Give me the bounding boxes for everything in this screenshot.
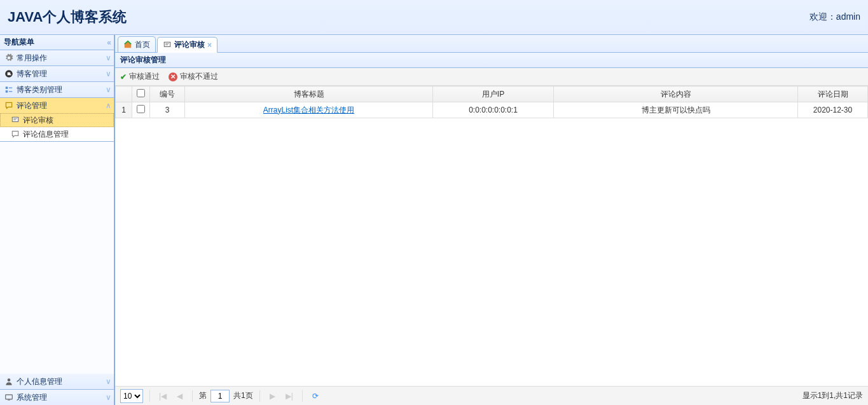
tab-home[interactable]: 首页 bbox=[118, 36, 156, 52]
prev-page-button[interactable]: ◀ bbox=[173, 390, 186, 402]
col-date[interactable]: 评论日期 bbox=[798, 86, 868, 102]
sidebar-panel-blog-category[interactable]: 博客类别管理 ∨ bbox=[0, 82, 114, 97]
sidebar-title: 导航菜单 « bbox=[0, 35, 114, 50]
check-icon: ✔ bbox=[120, 72, 127, 81]
tab-close-icon[interactable]: × bbox=[207, 41, 212, 50]
col-id[interactable]: 编号 bbox=[150, 86, 185, 102]
cell-ip: 0:0:0:0:0:0:0:1 bbox=[433, 102, 554, 118]
cell-id: 3 bbox=[150, 102, 185, 118]
col-rownum bbox=[116, 86, 132, 102]
svg-rect-6 bbox=[6, 395, 13, 399]
page-size-select[interactable]: 10 bbox=[120, 389, 143, 403]
system-icon bbox=[4, 392, 14, 402]
pager: 10 |◀ ◀ 第 共1页 ▶ ▶| ⟳ 显示1到1,共1记录 bbox=[115, 386, 868, 405]
sidebar-panel-comment-manage[interactable]: 评论管理 ∧ bbox=[0, 98, 114, 113]
data-grid: 编号 博客标题 用户IP 评论内容 评论日期 1 3 ArrayList集合相 bbox=[115, 86, 868, 386]
review-icon bbox=[163, 41, 172, 50]
sidebar-panel-common-ops[interactable]: 常用操作 ∨ bbox=[0, 50, 114, 65]
cell-content: 博主更新可以快点吗 bbox=[554, 102, 798, 118]
welcome-text: 欢迎：admin bbox=[809, 11, 860, 23]
chevron-up-icon: ∧ bbox=[106, 101, 110, 110]
sidebar-panel-blog-manage[interactable]: 博客管理 ∨ bbox=[0, 66, 114, 81]
chevron-down-icon: ∨ bbox=[106, 377, 110, 386]
cell-rownum: 1 bbox=[116, 102, 132, 118]
manage-icon bbox=[10, 129, 20, 139]
chevron-down-icon: ∨ bbox=[106, 53, 110, 62]
gear-icon bbox=[4, 53, 14, 63]
chevron-down-icon: ∨ bbox=[106, 393, 110, 402]
user-icon bbox=[4, 376, 14, 387]
next-page-button[interactable]: ▶ bbox=[266, 390, 279, 402]
review-icon bbox=[10, 115, 20, 125]
approve-button[interactable]: ✔ 审核通过 bbox=[120, 71, 160, 82]
comment-icon bbox=[4, 100, 14, 111]
col-title[interactable]: 博客标题 bbox=[185, 86, 433, 102]
svg-rect-7 bbox=[8, 400, 10, 401]
cell-title: ArrayList集合相关方法使用 bbox=[185, 102, 433, 118]
toolbar: ✔ 审核通过 ✕ 审核不通过 bbox=[115, 68, 868, 86]
chevron-down-icon: ∨ bbox=[106, 85, 110, 94]
reject-icon: ✕ bbox=[169, 72, 177, 81]
first-page-button[interactable]: |◀ bbox=[156, 390, 169, 402]
svg-rect-9 bbox=[165, 42, 170, 46]
table-row[interactable]: 1 3 ArrayList集合相关方法使用 0:0:0:0:0:0:0:1 博主… bbox=[116, 102, 868, 118]
sidebar-panel-profile[interactable]: 个人信息管理 ∨ bbox=[0, 374, 114, 389]
blog-title-link[interactable]: ArrayList集合相关方法使用 bbox=[263, 106, 354, 114]
svg-rect-4 bbox=[13, 118, 18, 121]
col-ip[interactable]: 用户IP bbox=[433, 86, 554, 102]
blog-icon bbox=[4, 69, 14, 79]
sidebar: 导航菜单 « 常用操作 ∨ 博客管理 ∨ bbox=[0, 35, 114, 405]
sidebar-panel-system[interactable]: 系统管理 ∨ bbox=[0, 390, 114, 405]
pager-info: 显示1到1,共1记录 bbox=[803, 390, 863, 401]
category-icon bbox=[4, 85, 14, 95]
svg-rect-2 bbox=[6, 90, 8, 93]
tree-item-comment-review[interactable]: 评论审核 bbox=[0, 113, 114, 127]
svg-rect-1 bbox=[6, 86, 8, 89]
tab-comment-review[interactable]: 评论审核 × bbox=[157, 37, 217, 53]
chevron-down-icon: ∨ bbox=[106, 69, 110, 78]
panel-title: 评论审核管理 bbox=[115, 53, 868, 68]
app-title: JAVA个人博客系统 bbox=[8, 8, 127, 27]
page-input[interactable] bbox=[210, 390, 230, 402]
header: JAVA个人博客系统 欢迎：admin bbox=[0, 0, 868, 35]
home-icon bbox=[123, 40, 132, 49]
collapse-sidebar-icon[interactable]: « bbox=[107, 38, 110, 47]
col-checkbox bbox=[132, 86, 150, 102]
col-content[interactable]: 评论内容 bbox=[554, 86, 798, 102]
cell-date: 2020-12-30 bbox=[798, 102, 868, 118]
tabs-bar: 首页 评论审核 × bbox=[115, 35, 868, 53]
tree-item-comment-info[interactable]: 评论信息管理 bbox=[0, 127, 114, 141]
svg-point-5 bbox=[8, 378, 11, 381]
main-panel: 首页 评论审核 × 评论审核管理 ✔ 审核通过 ✕ 审核不通过 bbox=[114, 35, 868, 405]
reject-button[interactable]: ✕ 审核不通过 bbox=[169, 71, 218, 82]
row-checkbox[interactable] bbox=[137, 105, 145, 113]
select-all-checkbox[interactable] bbox=[137, 89, 145, 97]
last-page-button[interactable]: ▶| bbox=[283, 390, 296, 402]
refresh-button[interactable]: ⟳ bbox=[309, 390, 322, 402]
